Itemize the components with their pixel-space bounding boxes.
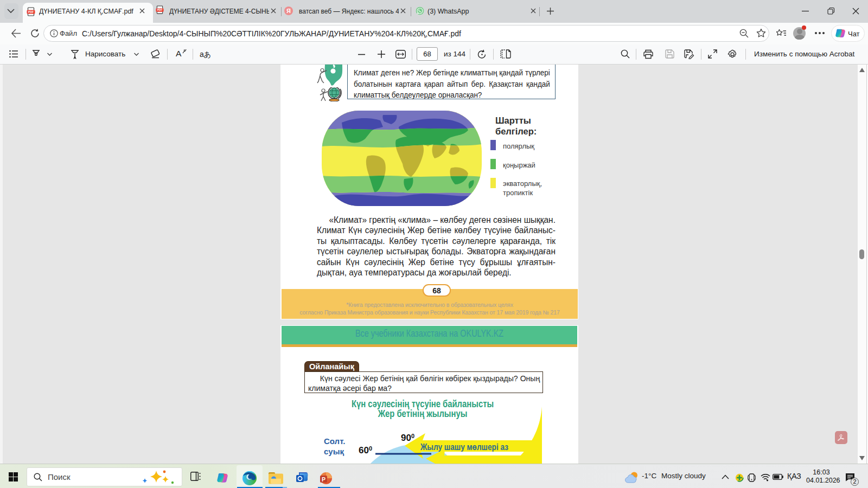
svg-text:Жылу шашу мөлшері аз: Жылу шашу мөлшері аз — [420, 442, 508, 452]
svg-text:P: P — [322, 476, 326, 483]
svg-text:PDF: PDF — [28, 10, 34, 14]
svg-text:PDF: PDF — [157, 9, 163, 11]
